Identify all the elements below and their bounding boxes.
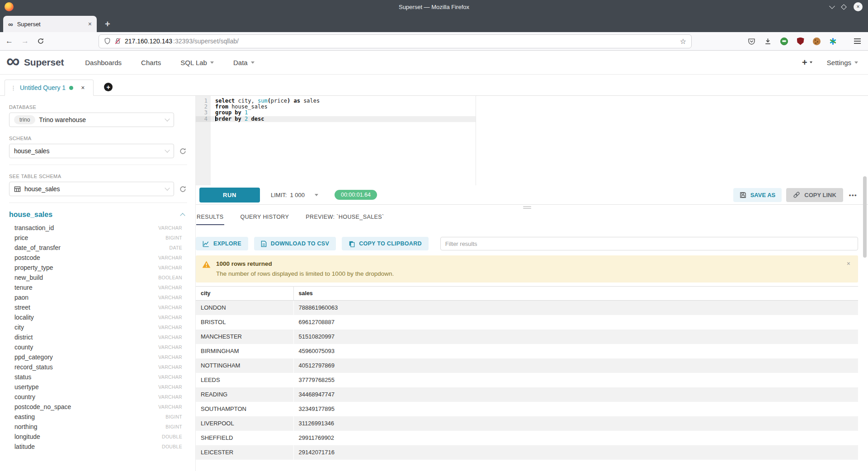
sidebar-divider (9, 203, 187, 203)
table-row[interactable]: LEICESTER 29142071716 (196, 445, 858, 460)
browser-toolbar: ← → 217.160.120.143 :32393/superset/sqll… (0, 32, 868, 51)
schema-column-row[interactable]: county VARCHAR (9, 342, 187, 352)
splitter-drag-handle[interactable] (523, 206, 531, 209)
tab-query-history[interactable]: QUERY HISTORY (240, 211, 290, 225)
add-query-tab-button[interactable]: + (104, 83, 113, 91)
schema-column-row[interactable]: new_build BOOLEAN (9, 273, 187, 283)
bookmark-star-icon[interactable]: ☆ (680, 37, 686, 46)
more-actions-button[interactable]: ••• (849, 192, 857, 198)
schema-column-row[interactable]: latitude DOUBLE (9, 442, 187, 452)
query-tab[interactable]: ⋮ Untitled Query 1 × (5, 80, 94, 96)
schema-column-row[interactable]: postcode_no_space VARCHAR (9, 402, 187, 412)
schema-column-row[interactable]: property_type VARCHAR (9, 263, 187, 273)
nav-item-data[interactable]: Data (233, 59, 255, 66)
schema-column-row[interactable]: country VARCHAR (9, 392, 187, 402)
url-bar[interactable]: 217.160.120.143 :32393/superset/sqllab/ … (99, 34, 692, 48)
schema-column-row[interactable]: easting BIGINT (9, 412, 187, 422)
new-tab-button[interactable]: + (105, 19, 110, 28)
table-select[interactable]: house_sales (9, 182, 174, 196)
forward-button[interactable]: → (21, 37, 29, 46)
database-select[interactable]: trino Trino warehouse (9, 113, 174, 127)
save-as-button[interactable]: SAVE AS (733, 188, 782, 202)
window-close-button[interactable]: × (854, 2, 863, 11)
menu-icon[interactable] (854, 38, 861, 44)
filter-results-input[interactable] (440, 237, 858, 250)
insecure-lock-icon[interactable] (114, 38, 121, 45)
table-row[interactable]: BRISTOL 69612708887 (196, 315, 858, 330)
schema-column-row[interactable]: postcode VARCHAR (9, 253, 187, 263)
schema-column-row[interactable]: northing BIGINT (9, 422, 187, 432)
explore-button[interactable]: EXPLORE (196, 237, 248, 250)
settings-menu[interactable]: Settings (827, 59, 858, 66)
schema-column-row[interactable]: district VARCHAR (9, 332, 187, 342)
results-header-sales[interactable]: sales (293, 287, 858, 301)
superset-brand[interactable]: Superset (24, 57, 64, 68)
nav-item-dashboards[interactable]: Dashboards (85, 59, 122, 66)
window-minimize-icon[interactable] (829, 3, 835, 9)
schema-column-row[interactable]: longitude DOUBLE (9, 432, 187, 442)
tab-results[interactable]: RESULTS (196, 211, 224, 225)
copy-clipboard-button[interactable]: COPY TO CLIPBOARD (342, 237, 429, 250)
drag-handle-icon[interactable]: ⋮ (10, 85, 16, 91)
schema-column-row[interactable]: price BIGINT (9, 233, 187, 243)
schema-column-row[interactable]: status VARCHAR (9, 372, 187, 382)
tab-close-icon[interactable]: × (88, 20, 92, 28)
downloads-icon[interactable] (764, 38, 772, 45)
download-csv-button[interactable]: DOWNLOAD TO CSV (254, 237, 336, 250)
table-row[interactable]: SHEFFIELD 29911769902 (196, 431, 858, 445)
schema-column-row[interactable]: ppd_category VARCHAR (9, 352, 187, 362)
table-row[interactable]: SOUTHAMPTON 32349177895 (196, 402, 858, 416)
ublock-icon[interactable] (797, 38, 804, 45)
table-row[interactable]: READING 34468947747 (196, 387, 858, 402)
code-line[interactable]: select city, sum(price) as sales (211, 98, 868, 104)
table-row[interactable]: LONDON 788861960063 (196, 301, 858, 315)
table-refresh-button[interactable] (178, 185, 187, 193)
schema-column-row[interactable]: street VARCHAR (9, 302, 187, 312)
column-type: VARCHAR (158, 394, 182, 400)
chevron-up-icon[interactable] (180, 213, 185, 218)
pinwheel-extension-icon[interactable] (829, 38, 837, 45)
schema-refresh-button[interactable] (178, 147, 187, 155)
scrollbar-thumb[interactable] (863, 176, 867, 258)
editor-code[interactable]: select city, sum(price) as salesfrom hou… (211, 96, 868, 185)
nav-item-sql-lab[interactable]: SQL Lab (180, 59, 214, 66)
results-header-city[interactable]: city (196, 287, 293, 301)
alert-close-icon[interactable]: × (847, 260, 850, 267)
run-button[interactable]: RUN (199, 188, 260, 203)
limit-dropdown[interactable]: LIMIT: 1 000 (271, 192, 318, 198)
schema-column-row[interactable]: transaction_id VARCHAR (9, 223, 187, 233)
tab-preview[interactable]: PREVIEW: `HOUSE_SALES` (305, 211, 384, 225)
sql-editor[interactable]: 1234 select city, sum(price) as salesfro… (196, 96, 868, 185)
schema-column-row[interactable]: date_of_transfer DATE (9, 243, 187, 253)
schema-column-row[interactable]: tenure VARCHAR (9, 283, 187, 292)
table-row[interactable]: LIVERPOOL 31126991346 (196, 416, 858, 431)
window-maximize-icon[interactable] (841, 4, 847, 10)
nav-item-charts[interactable]: Charts (141, 59, 161, 66)
code-line[interactable]: group by 1 (211, 110, 868, 116)
schema-column-row[interactable]: usertype VARCHAR (9, 382, 187, 392)
schema-column-row[interactable]: paon VARCHAR (9, 292, 187, 302)
copy-link-button[interactable]: COPY LINK (786, 188, 843, 202)
table-row[interactable]: BIRMINGHAM 45960075093 (196, 344, 858, 358)
pocket-icon[interactable] (748, 38, 755, 45)
shield-icon[interactable] (104, 38, 111, 45)
code-line[interactable]: order by 2 desc (211, 116, 476, 122)
table-row[interactable]: MANCHESTER 51510820997 (196, 330, 858, 344)
table-schema-heading[interactable]: house_sales (9, 211, 52, 219)
query-tab-close-icon[interactable]: × (81, 84, 85, 91)
back-button[interactable]: ← (5, 37, 13, 46)
table-row[interactable]: NOTTINGHAM 40512797869 (196, 358, 858, 373)
schema-column-row[interactable]: city VARCHAR (9, 322, 187, 332)
schema-select[interactable]: house_sales (9, 144, 174, 158)
table-row[interactable]: LEEDS 37779768255 (196, 373, 858, 387)
browser-tab[interactable]: ∞ Superset × (3, 16, 97, 32)
code-line[interactable]: from house_sales (211, 104, 868, 110)
schema-column-row[interactable]: record_status VARCHAR (9, 362, 187, 372)
reload-button[interactable] (37, 38, 44, 45)
schema-column-row[interactable]: locality VARCHAR (9, 312, 187, 322)
column-type: DOUBLE (162, 444, 182, 449)
cookie-extension-icon[interactable] (813, 38, 821, 45)
new-item-button[interactable]: + (802, 57, 812, 68)
privacy-extension-icon[interactable] (780, 38, 788, 45)
database-value: Trino warehouse (39, 116, 162, 123)
